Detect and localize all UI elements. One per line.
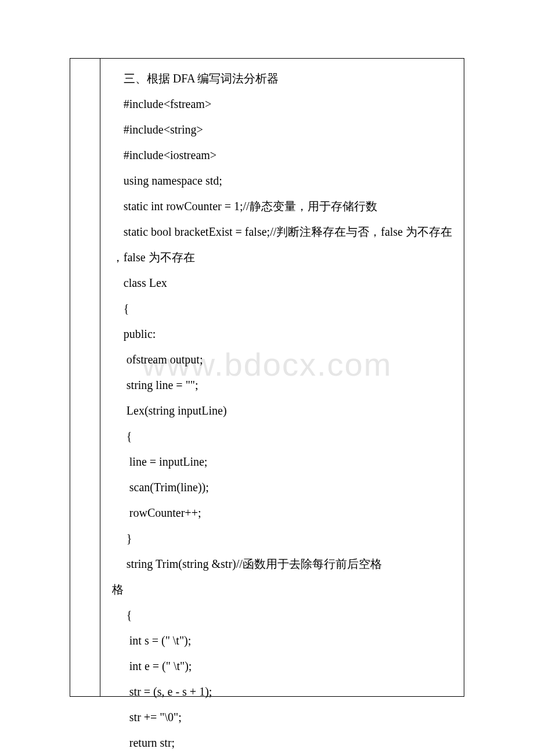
table-left-column [70, 59, 100, 696]
code-line: static int rowCounter = 1;//静态变量，用于存储行数 [112, 193, 452, 219]
content-table: 三、根据 DFA 编写词法分析器 #include<fstream> #incl… [70, 58, 464, 697]
code-line: 三、根据 DFA 编写词法分析器 [112, 66, 452, 91]
code-line: } [112, 525, 452, 551]
code-line: scan(Trim(line)); [112, 474, 452, 500]
code-line: string line = ""; [112, 372, 452, 398]
code-line: #include<fstream> [112, 91, 452, 117]
code-line: { [112, 296, 452, 321]
code-line: static bool bracketExist = false;//判断注释存… [112, 219, 452, 244]
code-line: str = (s, e - s + 1); [112, 679, 452, 704]
code-line: rowCounter++; [112, 500, 452, 525]
code-line: int e = (" \t"); [112, 653, 452, 679]
code-line: #include<iostream> [112, 142, 452, 168]
code-line: public: [112, 321, 452, 347]
code-line: line = inputLine; [112, 449, 452, 474]
code-line: return str; [112, 730, 452, 755]
code-line: class Lex [112, 270, 452, 296]
code-line: int s = (" \t"); [112, 628, 452, 653]
code-line: #include<string> [112, 117, 452, 142]
code-line: str += "\0"; [112, 704, 452, 730]
code-line: { [112, 423, 452, 449]
code-line: { [112, 602, 452, 628]
code-line: ofstream output; [112, 347, 452, 372]
code-line: Lex(string inputLine) [112, 398, 452, 423]
code-line-wrapped: 格 [112, 577, 452, 602]
code-line: string Trim(string &str)//函数用于去除每行前后空格 [112, 551, 452, 577]
table-right-column: 三、根据 DFA 编写词法分析器 #include<fstream> #incl… [100, 59, 464, 696]
document-page: www.bdocx.com 三、根据 DFA 编写词法分析器 #include<… [0, 0, 534, 756]
code-line-wrapped: ，false 为不存在 [112, 244, 452, 270]
code-line: using namespace std; [112, 168, 452, 193]
